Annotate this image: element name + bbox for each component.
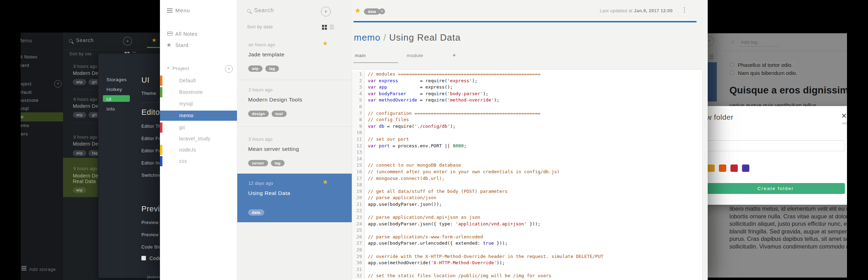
code-line[interactable]: 28	[352, 247, 702, 253]
dark-sidebar-folder[interactable]: mysql	[21, 106, 29, 111]
sort-selector[interactable]: Sort by date	[247, 24, 273, 29]
folder-color-swatch[interactable]	[730, 164, 738, 172]
note-tag-pill[interactable]: data	[364, 8, 380, 15]
dark-sort-selector[interactable]: Sort by xxx	[69, 51, 92, 56]
folder-color-swatch[interactable]	[708, 164, 715, 172]
line-number: 12	[352, 143, 365, 149]
code-line[interactable]: 11// set our port	[352, 136, 702, 143]
breadcrumb-folder[interactable]: memo	[354, 32, 380, 43]
settings-nav-item-ui[interactable]: UI	[106, 97, 112, 102]
code-line[interactable]: 21app.use(bodyParser.json());	[352, 201, 702, 208]
project-tree-label[interactable]: Project	[173, 66, 189, 71]
sidebar-folder-mysql[interactable]: mysql	[160, 99, 237, 109]
add-tag-button[interactable]: +	[379, 8, 385, 14]
sidebar-item-all-notes[interactable]: All Notes	[175, 31, 197, 37]
last-updated-value: Jan.9, 2017 12:00	[634, 8, 673, 13]
dark-add-folder-button[interactable]: +	[54, 80, 62, 88]
folder-label: laravel_study	[179, 136, 210, 141]
dark-sidebar-folder[interactable]: vue	[21, 114, 24, 119]
new-note-button[interactable]: +	[321, 7, 331, 16]
code-line[interactable]: 19// get all data/stuff of the body (POS…	[352, 188, 702, 195]
settings-nav-item-hotkey[interactable]: Hotkey	[106, 87, 122, 92]
code-line[interactable]: 18	[352, 182, 702, 188]
menu-icon[interactable]	[167, 8, 173, 9]
code-line[interactable]: 24app.use(bodyParser.json({ type: 'appli…	[352, 221, 702, 227]
code-line[interactable]: 32// set the static files location /publ…	[352, 273, 702, 279]
create-folder-button[interactable]: Create folder	[708, 183, 845, 194]
sidebar-folder-git[interactable]: git	[160, 122, 237, 133]
dark-sidebar-folder[interactable]: users	[21, 131, 28, 136]
tab-main[interactable]: main	[355, 53, 366, 58]
code-line[interactable]: 30app.use(methodOverride('X-HTTP-Method-…	[352, 260, 702, 266]
code-line[interactable]: 7// configuration ======================…	[352, 110, 702, 117]
code-line[interactable]: 29// override with the X-HTTP-Method-Ove…	[352, 253, 702, 260]
code-line[interactable]: 25	[352, 227, 702, 234]
dark-add-storage-button[interactable]: Add storage	[29, 267, 56, 272]
dark-sidebar-item-all-notes[interactable]: All Notes	[21, 54, 37, 59]
sidebar-folder-css[interactable]: css	[160, 156, 237, 166]
code-line[interactable]: 14	[352, 156, 702, 162]
dark-sidebar-folder[interactable]: Default	[21, 90, 32, 95]
sidebar-folder-laravel_study[interactable]: laravel_study	[160, 134, 237, 144]
code-line[interactable]: 27app.use(bodyParser.urlencoded({ extend…	[352, 240, 702, 247]
code-line[interactable]: 22	[352, 208, 702, 214]
sidebar-folder-nodeJs[interactable]: nodeJs	[160, 145, 237, 155]
code-line[interactable]: 15// connect to our mongoDB database	[352, 162, 702, 169]
code-line[interactable]: 10	[352, 130, 702, 136]
code-line[interactable]: 16// (uncomment after you enter in your …	[352, 169, 702, 175]
star-icon[interactable]: ★	[152, 37, 156, 43]
star-toggle-icon[interactable]: ★	[355, 6, 361, 15]
dark-sidebar-item-starred[interactable]: Stard	[21, 63, 29, 68]
tab-module[interactable]: module	[407, 53, 423, 58]
list-view-icon[interactable]	[330, 25, 334, 26]
dark-search-input[interactable]: Search	[76, 37, 94, 43]
code-line[interactable]: 2var express = require('express');	[352, 78, 702, 84]
code-line[interactable]: 6	[352, 104, 702, 110]
sidebar-folder-Default[interactable]: Default	[160, 76, 237, 86]
dark-sidebar-folder[interactable]: Boostnote	[21, 98, 38, 103]
dark-project-label[interactable]: Project	[21, 81, 31, 86]
code-block-checkbox[interactable]	[141, 256, 146, 260]
code-line[interactable]: 3var app = express();	[352, 84, 702, 91]
code-line[interactable]: 17// mongoose.connect(db.url);	[352, 175, 702, 182]
settings-nav-item-info[interactable]: Info	[106, 106, 115, 112]
folder-label: Boostnote	[179, 89, 203, 95]
dark-menu-label[interactable]: Menu	[21, 37, 32, 43]
note-title[interactable]: Jade template	[248, 51, 285, 58]
menu-label[interactable]: Menu	[175, 7, 190, 13]
code-editor[interactable]: 1// modules ============================…	[352, 69, 702, 280]
code-line[interactable]: 12var port = process.env.PORT || 8080;	[352, 143, 702, 149]
dark-sidebar-folder[interactable]: memo	[21, 123, 29, 128]
dark-new-note-button[interactable]: +	[123, 37, 132, 46]
search-input[interactable]: Search	[254, 7, 274, 14]
folder-color-swatch[interactable]	[719, 164, 726, 172]
folder-color-swatch[interactable]	[742, 164, 749, 172]
sidebar-folder-Boostnote[interactable]: Boostnote	[160, 87, 237, 97]
code-line[interactable]: 8// config files	[352, 117, 702, 123]
note-title[interactable]: Modern Design Tools	[248, 97, 302, 103]
chevron-down-icon[interactable]: ▾	[167, 66, 169, 70]
code-line[interactable]: 26// parse application/x-www-form-urlenc…	[352, 234, 702, 240]
add-snippet-tab-button[interactable]: +	[453, 52, 456, 58]
code-line[interactable]: 1// modules ============================…	[352, 71, 702, 78]
settings-nav-item-storages[interactable]: Storages	[106, 77, 127, 82]
code-line[interactable]: 23// parse application/vnd.api+json as j…	[352, 214, 702, 221]
star-icon[interactable]: ★	[322, 40, 328, 47]
sidebar-folder-memo[interactable]: memo	[160, 111, 237, 121]
grid-view-icon[interactable]	[322, 25, 324, 27]
code-line[interactable]: 20// parse application/json	[352, 195, 702, 201]
more-options-icon[interactable]	[684, 7, 685, 8]
close-icon[interactable]: ✕	[841, 112, 847, 120]
sidebar-item-starred[interactable]: Stard	[175, 42, 188, 48]
code-line[interactable]: 9var db = require('./config/db');	[352, 123, 702, 130]
add-folder-button[interactable]: +	[225, 65, 233, 73]
list-view-icon[interactable]	[132, 52, 136, 52]
note-title[interactable]: Mean server setting	[248, 146, 299, 152]
folder-name-input[interactable]	[708, 140, 845, 151]
code-line[interactable]: 4var bodyParser = require('body-parser')…	[352, 91, 702, 97]
code-line[interactable]: 31	[352, 266, 702, 273]
note-title[interactable]: Using Real Data	[248, 190, 290, 196]
code-line[interactable]: 5var methodOverride = require('method-ov…	[352, 97, 702, 104]
code-line[interactable]: 13	[352, 149, 702, 156]
star-icon[interactable]: ★	[322, 178, 328, 186]
